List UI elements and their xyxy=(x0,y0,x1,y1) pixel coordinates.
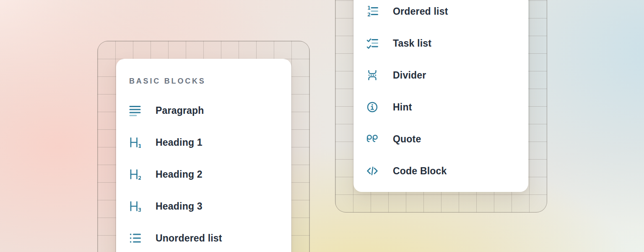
svg-text:3: 3 xyxy=(138,207,141,212)
menu-item-quote[interactable]: Quote xyxy=(353,123,528,155)
menu-item-heading-1[interactable]: 1 Heading 1 xyxy=(116,126,291,158)
menu-item-task-list[interactable]: Task list xyxy=(353,27,528,59)
panel-title: BASIC BLOCKS xyxy=(129,76,291,87)
svg-text:2: 2 xyxy=(367,12,371,17)
menu-item-hint[interactable]: Hint xyxy=(353,91,528,123)
menu-item-ordered-list[interactable]: 1 2 Ordered list xyxy=(353,0,528,27)
menu-item-heading-3[interactable]: 3 Heading 3 xyxy=(116,190,291,222)
unordered-list-icon xyxy=(129,232,141,244)
menu-item-label: Divider xyxy=(393,70,426,81)
svg-text:1: 1 xyxy=(138,143,141,148)
divider-icon xyxy=(366,69,378,81)
heading-3-icon: 3 xyxy=(129,200,141,212)
menu-item-heading-2[interactable]: 2 Heading 2 xyxy=(116,158,291,190)
menu-item-label: Ordered list xyxy=(393,6,448,17)
quote-icon xyxy=(366,133,378,145)
menu-item-label: Hint xyxy=(393,102,412,113)
menu-item-label: Heading 2 xyxy=(156,169,203,180)
menu-item-paragraph[interactable]: Paragraph xyxy=(116,94,291,126)
paragraph-icon xyxy=(129,105,141,116)
svg-text:2: 2 xyxy=(138,175,141,180)
code-block-icon xyxy=(366,165,378,177)
menu-item-unordered-list[interactable]: Unordered list xyxy=(116,222,291,252)
svg-text:1: 1 xyxy=(367,5,371,11)
blocks-menu-right: 1 2 Ordered list Task list xyxy=(353,0,528,192)
menu-item-label: Paragraph xyxy=(156,105,204,116)
menu-item-label: Heading 1 xyxy=(156,137,203,148)
heading-1-icon: 1 xyxy=(129,136,141,148)
menu-item-label: Code Block xyxy=(393,165,447,177)
task-list-icon xyxy=(366,37,378,49)
page-background: { "colors": { "icon_primary": "#2e7d9c",… xyxy=(0,0,644,252)
menu-item-list: 1 2 Ordered list Task list xyxy=(353,0,528,187)
heading-2-icon: 2 xyxy=(129,168,141,180)
menu-item-label: Heading 3 xyxy=(156,201,203,212)
basic-blocks-menu: BASIC BLOCKS Paragraph 1 Heading 1 2 xyxy=(116,59,291,252)
menu-item-label: Task list xyxy=(393,38,431,49)
menu-item-divider[interactable]: Divider xyxy=(353,59,528,91)
menu-item-code-block[interactable]: Code Block xyxy=(353,155,528,187)
menu-item-label: Unordered list xyxy=(156,233,222,244)
hint-icon xyxy=(366,101,378,113)
ordered-list-icon: 1 2 xyxy=(366,5,378,17)
menu-item-label: Quote xyxy=(393,134,421,145)
menu-item-list: Paragraph 1 Heading 1 2 Heading 2 xyxy=(116,94,291,252)
